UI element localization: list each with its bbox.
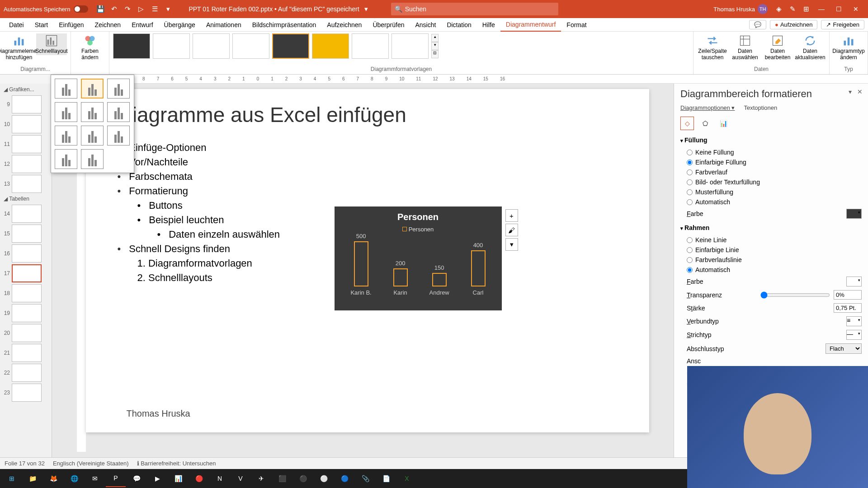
quick-layout-2[interactable] (81, 79, 104, 99)
chart-style-5[interactable] (272, 33, 309, 59)
redo-icon[interactable]: ↷ (123, 4, 132, 14)
slide-thumb-23[interactable] (12, 384, 42, 402)
task-vs[interactable]: V (231, 470, 250, 487)
border-section-header[interactable]: Rahmen (680, 224, 862, 231)
size-props-icon[interactable]: 📊 (717, 117, 730, 130)
section-grafiken[interactable]: ◢ Grafiken... (2, 85, 50, 94)
transparency-slider[interactable] (760, 291, 830, 299)
task-app-2[interactable]: 📊 (168, 470, 188, 487)
tab-uebergaenge[interactable]: Übergänge (159, 18, 201, 32)
slide-thumb-16[interactable] (12, 244, 42, 263)
border-radio[interactable]: Keine Linie (680, 235, 862, 245)
user-avatar[interactable]: TH (758, 4, 768, 14)
start-button[interactable]: ⊞ (2, 470, 22, 487)
slide-thumb-18[interactable] (12, 284, 42, 302)
slide-thumb-11[interactable] (12, 135, 42, 153)
task-outlook[interactable]: ✉ (85, 470, 105, 487)
fill-color-swatch[interactable] (846, 209, 862, 219)
chart-options-tab[interactable]: Diagrammoptionen ▾ (680, 104, 735, 111)
tab-datei[interactable]: Datei (4, 18, 29, 32)
tab-entwurf[interactable]: Entwurf (126, 18, 158, 32)
record-button[interactable]: ●Aufzeichnen (770, 20, 817, 29)
slide-thumb-20[interactable] (12, 324, 42, 342)
quick-layout-1[interactable] (55, 79, 77, 99)
chart-style-2[interactable] (153, 33, 190, 59)
tab-zeichnen[interactable]: Zeichnen (90, 18, 127, 32)
slide-canvas[interactable]: Diagramme aus Excel einfügen Einfüge-Opt… (86, 89, 649, 432)
diamond-icon[interactable]: ◈ (774, 4, 784, 14)
slide-panel[interactable]: ◢ Grafiken... 910111213 ◢ Tabellen 14151… (0, 84, 52, 457)
tab-hilfe[interactable]: Hilfe (477, 18, 500, 32)
tab-dictation[interactable]: Dictation (441, 18, 476, 32)
fill-radio[interactable]: Bild- oder Texturfüllung (680, 177, 862, 187)
switch-row-col-button[interactable]: Zeile/Spalte tauschen (697, 33, 728, 61)
add-chart-element-button[interactable]: Diagrammelement hinzufügen (4, 33, 34, 61)
task-onenote[interactable]: N (210, 470, 230, 487)
fill-radio[interactable]: Musterfüllung (680, 187, 862, 197)
slide-thumb-14[interactable] (12, 205, 42, 223)
slide-editor[interactable]: Diagramme aus Excel einfügen Einfüge-Opt… (52, 84, 674, 457)
chart-plot-area[interactable]: 500Karin B.200Karin150Andrew400Carl (340, 237, 496, 296)
quick-layout-11[interactable] (81, 149, 104, 169)
chart-styles-button[interactable]: 🖌 (505, 224, 518, 236)
tab-start[interactable]: Start (29, 18, 54, 32)
slide-thumb-10[interactable] (12, 115, 42, 133)
chart-filter-button[interactable]: ▾ (505, 238, 518, 251)
autosave-toggle[interactable] (74, 5, 88, 13)
chart-bar[interactable] (471, 250, 486, 286)
chart-style-7[interactable] (352, 33, 389, 59)
tab-bildschirm[interactable]: Bildschirmpräsentation (247, 18, 322, 32)
task-app-3[interactable]: 🔴 (189, 470, 209, 487)
fill-radio[interactable]: Automatisch (680, 197, 862, 207)
task-vlc[interactable]: ▶ (147, 470, 167, 487)
accessibility-check[interactable]: ℹ Barrierefreiheit: Untersuchen (137, 460, 216, 467)
style-scroll-down[interactable]: ▾ (431, 42, 439, 50)
chart-bar[interactable] (393, 268, 408, 286)
slide-thumb-22[interactable] (12, 364, 42, 382)
task-app-1[interactable]: 💬 (127, 470, 146, 487)
tab-ueberpruefen[interactable]: Überprüfen (367, 18, 410, 32)
tab-ansicht[interactable]: Ansicht (410, 18, 441, 32)
chart-elements-button[interactable]: + (505, 209, 518, 222)
quick-layout-5[interactable] (81, 102, 104, 122)
horizontal-ruler[interactable]: 1312111098765432101234567891011121314151… (57, 75, 868, 84)
border-radio[interactable]: Automatisch (680, 265, 862, 275)
bullet-item[interactable]: Farbschemata (118, 169, 618, 184)
fill-line-icon[interactable]: ◇ (680, 117, 694, 130)
change-colors-button[interactable]: Farben ändern (75, 33, 105, 61)
slide-thumb-17[interactable] (12, 264, 42, 282)
task-obs[interactable]: ⚫ (293, 470, 313, 487)
edit-data-button[interactable]: Daten bearbeiten (762, 33, 793, 61)
minimize-button[interactable]: — (813, 0, 830, 18)
chart-style-8[interactable] (392, 33, 429, 59)
qat-more-icon[interactable]: ▾ (163, 4, 173, 14)
language-indicator[interactable]: Englisch (Vereinigte Staaten) (53, 460, 129, 467)
bullet-item[interactable]: Einfüge-Optionen (118, 141, 618, 155)
task-explorer[interactable]: 📁 (23, 470, 42, 487)
width-input[interactable] (834, 303, 862, 313)
task-app-4[interactable]: ⬛ (272, 470, 292, 487)
slide-thumb-15[interactable] (12, 225, 42, 243)
dash-select[interactable]: — (846, 330, 862, 340)
slide-thumb-19[interactable] (12, 304, 42, 322)
quick-layout-3[interactable] (107, 79, 130, 99)
close-button[interactable]: ✕ (847, 0, 864, 18)
task-app-7[interactable]: 📎 (355, 470, 375, 487)
task-excel[interactable]: X (397, 470, 417, 487)
quick-layout-7[interactable] (55, 126, 77, 145)
tab-diagrammentwurf[interactable]: Diagrammentwurf (500, 18, 561, 32)
change-chart-type-button[interactable]: Diagrammtyp ändern (833, 33, 864, 61)
cap-select[interactable]: Flach (826, 343, 862, 354)
slide-thumb-12[interactable] (12, 155, 42, 173)
quick-layout-4[interactable] (55, 102, 77, 122)
border-radio[interactable]: Einfarbige Linie (680, 245, 862, 255)
quick-layout-6[interactable] (107, 102, 130, 122)
task-app-8[interactable]: 📄 (376, 470, 396, 487)
search-box[interactable]: 🔍 (391, 3, 558, 15)
fill-section-header[interactable]: Füllung (680, 136, 862, 144)
task-powerpoint[interactable]: P (106, 470, 126, 487)
style-more[interactable]: ⊟ (431, 50, 439, 58)
section-tabellen[interactable]: ◢ Tabellen (2, 195, 50, 203)
tab-einfuegen[interactable]: Einfügen (53, 18, 89, 32)
quick-layout-10[interactable] (55, 149, 77, 169)
